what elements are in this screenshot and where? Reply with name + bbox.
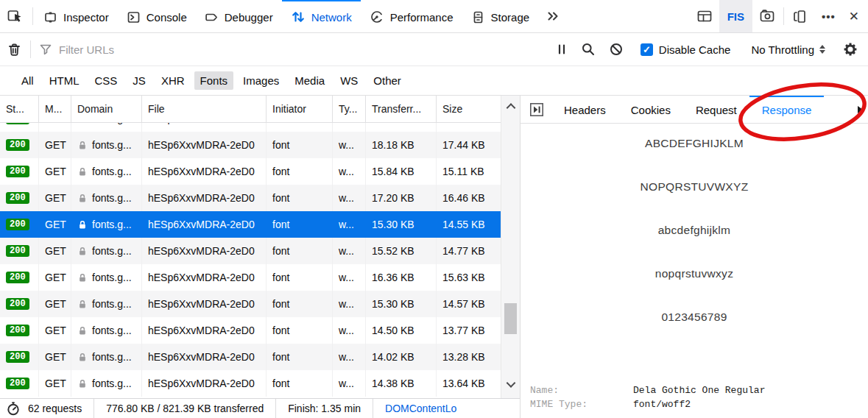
transferred-cell: 15.30 KB	[366, 291, 437, 317]
details-tab[interactable]: Request	[683, 96, 749, 123]
type-filter-item[interactable]: Other	[367, 71, 407, 90]
domain-cell: fonts.g...	[71, 238, 142, 264]
request-row[interactable]: 200 GET fonts.g... hESp6XxvMDRA-2eD0 fon…	[0, 370, 501, 397]
request-row[interactable]: 200 GET fonts.g... hESp6XxvMDRA-2eD0 fon…	[0, 211, 501, 238]
type-filter-item[interactable]: XHR	[155, 71, 191, 90]
clear-requests-button[interactable]	[0, 33, 29, 65]
tab-network[interactable]: Network	[282, 0, 361, 32]
tab-performance[interactable]: Performance	[361, 0, 462, 32]
lock-icon	[77, 246, 88, 257]
type-filter-item[interactable]: Media	[289, 71, 331, 90]
initiator-cell: font	[267, 264, 333, 291]
block-icon	[609, 42, 624, 57]
column-header-initiator[interactable]: Initiator	[267, 96, 333, 122]
font-preview-line: ABCDEFGHIJKLM	[645, 137, 744, 150]
type-filter-item[interactable]: Images	[237, 71, 285, 90]
file-cell: hESp6XxvMDRA-2eD0	[142, 158, 267, 185]
request-row[interactable]: 200 GET fonts.g... hESp6XxvMDRA-2eD0 fon…	[0, 238, 501, 264]
search-requests-button[interactable]	[574, 42, 602, 57]
type-filter-item[interactable]: WS	[334, 71, 364, 90]
method-cell: GET	[39, 370, 71, 397]
request-row[interactable]: 200 GET fonts.g... hESp6XxvMDRA-2eD0 fon…	[0, 344, 501, 370]
responsive-design-mode-button[interactable]	[786, 0, 814, 32]
debugger-icon	[205, 10, 219, 24]
initiator-cell: font	[267, 344, 333, 370]
column-header-size[interactable]: Size	[437, 96, 501, 122]
status-badge: 200	[6, 245, 29, 257]
requests-count: 62 requests	[28, 403, 82, 414]
request-row[interactable]: 200 GET fonts.g... hESp6XxvMDRA-2eD0 fon…	[0, 185, 501, 211]
type-filter-item[interactable]: All	[15, 71, 40, 90]
column-header-type[interactable]: Ty...	[333, 96, 366, 122]
scrollbar-thumb[interactable]	[504, 303, 517, 334]
triangle-right-icon	[858, 106, 863, 113]
size-cell: 15.63 KB	[437, 264, 501, 291]
tab-debugger[interactable]: Debugger	[196, 0, 282, 32]
partially-scrolled-row[interactable]: 200 GET fonts.g... hESp6XxvMDRA-2eD0 fon…	[0, 123, 501, 132]
filter-urls-input[interactable]	[59, 43, 221, 56]
file-cell: hESp6XxvMDRA-2eD0	[142, 185, 267, 211]
column-header-method[interactable]: M...	[39, 96, 71, 122]
size-cell: 14.55 KB	[437, 211, 501, 238]
lock-icon	[77, 325, 88, 336]
fis-extension-button[interactable]: FIS	[719, 0, 752, 32]
request-row[interactable]: 200 GET fonts.g... hESp6XxvMDRA-2eD0 fon…	[0, 317, 501, 344]
tab-storage[interactable]: Storage	[462, 0, 539, 32]
type-filter-item[interactable]: CSS	[89, 71, 124, 90]
tab-label: Debugger	[225, 11, 273, 24]
meta-label: Name:	[530, 383, 633, 397]
status-badge: 200	[6, 219, 29, 230]
column-header-transferred[interactable]: Transferr...	[366, 96, 437, 122]
domcontentloaded-link[interactable]: DOMContentLo	[373, 399, 468, 418]
type-filter-item[interactable]: Fonts	[194, 71, 234, 90]
toolbar-separator	[30, 40, 31, 58]
devtools-menu-button[interactable]: •••	[814, 0, 843, 32]
request-row[interactable]: 200 GET fonts.g... hESp6XxvMDRA-2eD0 fon…	[0, 291, 501, 317]
disable-cache-checkbox[interactable]: ✓	[641, 43, 653, 56]
toolbar-separator	[783, 7, 784, 25]
tab-inspector[interactable]: Inspector	[35, 0, 118, 32]
request-list-scrollbar[interactable]	[501, 96, 520, 398]
lock-icon	[77, 193, 88, 204]
inspector-icon	[43, 10, 57, 24]
type-filter-item[interactable]: JS	[127, 71, 152, 90]
close-devtools-button[interactable]: ✕	[843, 0, 868, 32]
request-row[interactable]: 200 GET fonts.g... hESp6XxvMDRA-2eD0 fon…	[0, 158, 501, 185]
split-console-button[interactable]	[690, 0, 719, 32]
scroll-down-icon[interactable]	[506, 378, 515, 388]
size-cell: 16.46 KB	[437, 185, 501, 211]
column-header-domain[interactable]: Domain	[71, 96, 142, 122]
type-cell: w...	[333, 317, 366, 344]
type-filter-item[interactable]: HTML	[43, 71, 85, 90]
request-row[interactable]: 200 GET fonts.g... hESp6XxvMDRA-2eD0 fon…	[0, 264, 501, 291]
scroll-up-icon[interactable]	[506, 103, 515, 113]
column-header-status[interactable]: St...	[0, 96, 39, 122]
block-requests-button[interactable]	[602, 42, 630, 57]
network-filter-bar: ✓ Disable Cache No Throttling	[0, 33, 868, 66]
status-badge: 200	[6, 378, 29, 389]
throttling-dropdown[interactable]: No Throttling	[741, 43, 836, 56]
performance-analysis-button[interactable]	[521, 96, 551, 123]
details-tab[interactable]: Cookies	[618, 96, 683, 123]
column-header-file[interactable]: File	[142, 96, 267, 122]
details-tab[interactable]: Headers	[551, 96, 618, 123]
size-cell: 14.77 KB	[437, 238, 501, 264]
initiator-cell: font	[267, 370, 333, 397]
tab-overflow-button[interactable]	[858, 96, 868, 123]
initiator-cell: font	[267, 291, 333, 317]
more-tools-button[interactable]	[538, 0, 568, 32]
network-settings-button[interactable]	[836, 41, 868, 57]
screenshot-button[interactable]	[752, 0, 782, 32]
type-cell: w...	[333, 291, 366, 317]
type-cell: w...	[333, 132, 366, 158]
status-badge: 200	[6, 192, 29, 204]
pick-element-button[interactable]	[0, 0, 31, 32]
disable-cache-label: Disable Cache	[659, 43, 731, 56]
type-cell: w...	[333, 158, 366, 185]
tab-console[interactable]: Console	[118, 0, 196, 32]
details-tab[interactable]: Response	[749, 96, 825, 123]
pause-traffic-button[interactable]	[549, 43, 574, 56]
request-row[interactable]: 200 GET fonts.g... hESp6XxvMDRA-2eD0 fon…	[0, 132, 501, 158]
disable-cache-control[interactable]: ✓ Disable Cache	[634, 43, 738, 56]
initiator-cell: font	[267, 158, 333, 185]
